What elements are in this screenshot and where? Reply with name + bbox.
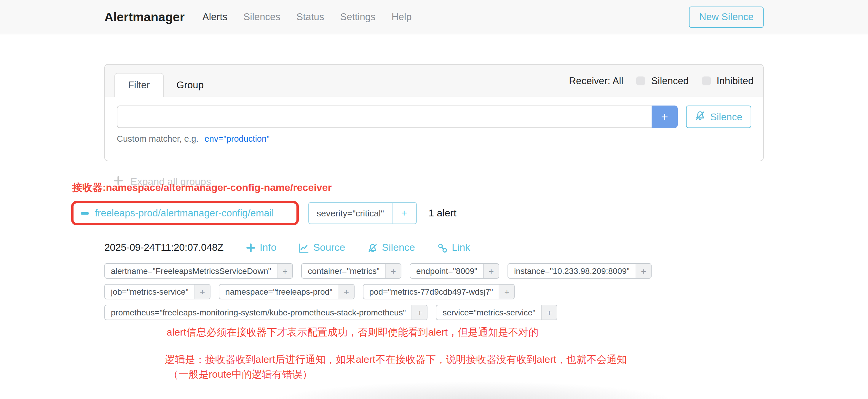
filter-panel-header: Filter Group Receiver: All Silenced Inhi… — [105, 65, 763, 97]
alert-silence-button[interactable]: Silence — [368, 242, 415, 254]
label-add-filter-button[interactable]: + — [499, 284, 514, 299]
group-matcher-add-button[interactable]: + — [392, 203, 416, 223]
nav-item-help[interactable]: Help — [392, 11, 412, 23]
label-add-filter-button[interactable]: + — [483, 264, 499, 278]
helper-text: Custom matcher, e.g. — [117, 134, 198, 144]
silence-filter-button[interactable]: Silence — [686, 105, 751, 128]
alert-labels: alertname="FreeleapsMetricsServiceDown" … — [104, 263, 652, 320]
alert-count: 1 alert — [428, 207, 457, 219]
label-chip-endpoint: endpoint="8009" + — [410, 263, 499, 279]
nav-item-status[interactable]: Status — [297, 11, 324, 23]
link-icon — [438, 243, 447, 253]
nav-item-silences[interactable]: Silences — [243, 11, 280, 23]
label-chip-prometheus: prometheus="freeleaps-monitoring-system/… — [104, 305, 428, 320]
label-chip-instance: instance="10.233.98.209:8009" + — [507, 263, 652, 279]
app-brand[interactable]: Alertmanager — [104, 10, 185, 24]
label-chip-alertname: alertname="FreeleapsMetricsServiceDown" … — [104, 263, 293, 279]
group-receiver-label: freeleaps-prod/alertmanager-config/email — [95, 208, 274, 219]
label-chip-container: container="metrics" + — [301, 263, 401, 279]
receiver-dropdown[interactable]: Receiver: All — [569, 75, 623, 86]
alert-row: 2025-09-24T11:20:07.048Z Info Source — [104, 240, 470, 255]
filter-options: Receiver: All Silenced Inhibited — [569, 75, 753, 86]
alertmanager-page: Alertmanager Alerts Silences Status Sett… — [0, 0, 868, 399]
label-add-filter-button[interactable]: + — [412, 305, 427, 319]
minus-icon — [81, 212, 89, 214]
filter-panel: Filter Group Receiver: All Silenced Inhi… — [104, 64, 764, 161]
label-add-filter-button[interactable]: + — [385, 264, 401, 278]
alert-info-button[interactable]: Info — [246, 242, 277, 254]
nav-item-alerts[interactable]: Alerts — [203, 11, 227, 23]
alert-group-row: freeleaps-prod/alertmanager-config/email… — [71, 201, 457, 225]
bell-slash-icon — [368, 243, 378, 253]
nav-item-settings[interactable]: Settings — [340, 11, 375, 23]
annotation-alert-note: alert信息必须在接收器下才表示配置成功，否则即使能看到alert，但是通知是… — [166, 326, 538, 339]
tab-group[interactable]: Group — [163, 73, 217, 97]
label-add-filter-button[interactable]: + — [338, 284, 354, 299]
inhibited-toggle[interactable]: Inhibited — [702, 75, 753, 86]
group-matcher-chip: severity="critical" + — [308, 202, 416, 224]
chart-icon — [299, 243, 309, 253]
silenced-checkbox[interactable] — [637, 76, 645, 85]
alert-timestamp: 2025-09-24T11:20:07.048Z — [104, 242, 223, 254]
annotation-red-box: freeleaps-prod/alertmanager-config/email — [71, 201, 299, 225]
navbar: Alertmanager Alerts Silences Status Sett… — [0, 0, 868, 34]
silenced-label: Silenced — [651, 75, 689, 86]
label-add-filter-button[interactable]: + — [277, 264, 292, 278]
new-silence-button[interactable]: New Silence — [689, 6, 764, 28]
tab-filter[interactable]: Filter — [115, 73, 163, 97]
group-matcher-label[interactable]: severity="critical" — [309, 203, 392, 223]
label-chip-namespace: namespace="freeleaps-prod" + — [219, 284, 354, 299]
label-add-filter-button[interactable]: + — [636, 264, 651, 278]
plus-icon — [246, 243, 255, 252]
alert-source-link[interactable]: Source — [299, 242, 345, 254]
matcher-example-link[interactable]: env="production" — [205, 134, 270, 144]
annotation-logic-note: 逻辑是：接收器收到alert后进行通知，如果alert不在接收器下，说明接收器没… — [165, 353, 627, 366]
silenced-toggle[interactable]: Silenced — [637, 75, 689, 86]
bell-slash-icon — [695, 110, 706, 123]
filter-panel-body: + Silence Custom matcher, e.g. env="prod… — [105, 97, 763, 152]
main-nav: Alerts Silences Status Settings Help — [203, 11, 412, 23]
inhibited-checkbox[interactable] — [702, 76, 711, 85]
group-receiver-button[interactable]: freeleaps-prod/alertmanager-config/email — [81, 208, 274, 219]
bottom-shadow — [208, 378, 741, 399]
matcher-input[interactable] — [117, 105, 652, 128]
label-add-filter-button[interactable]: + — [541, 305, 557, 319]
annotation-route-note: （一般是route中的逻辑有错误） — [168, 368, 312, 381]
inhibited-label: Inhibited — [716, 75, 753, 86]
add-matcher-button[interactable]: + — [652, 105, 678, 128]
filter-tabs: Filter Group — [115, 65, 217, 97]
alert-permalink[interactable]: Link — [438, 242, 470, 254]
label-chip-service: service="metrics-service" + — [436, 305, 557, 320]
label-add-filter-button[interactable]: + — [194, 284, 210, 299]
matcher-helper: Custom matcher, e.g. env="production" — [117, 134, 751, 144]
annotation-receiver-note: 接收器:namespace/altermanager-config-name/r… — [72, 181, 332, 194]
silence-filter-label: Silence — [710, 111, 742, 122]
label-chip-job: job="metrics-service" + — [104, 284, 211, 299]
label-chip-pod: pod="metrics-77d9cdb497-wdsj7" + — [363, 284, 515, 299]
